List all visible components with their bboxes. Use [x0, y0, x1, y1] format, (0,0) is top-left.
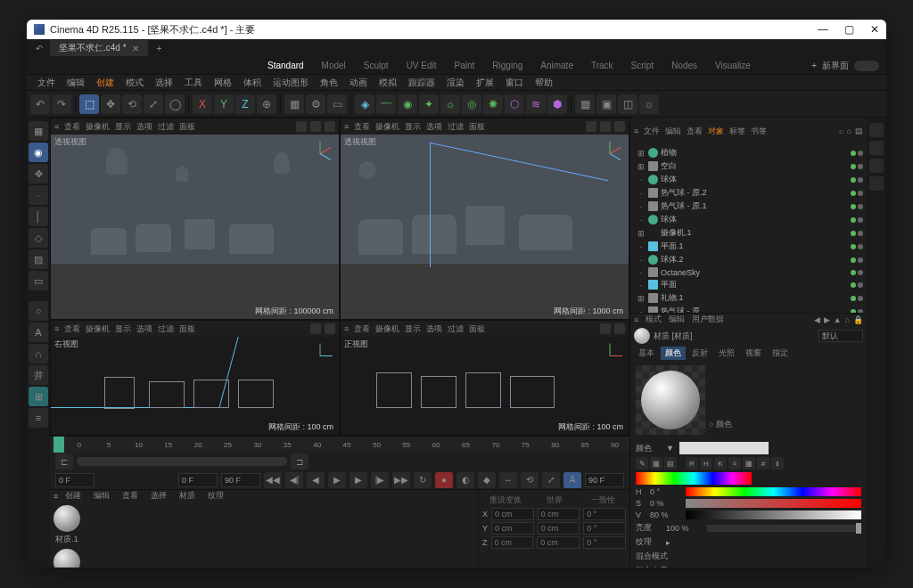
attr-subtab-basic[interactable]: 基本	[634, 347, 659, 360]
brightness-slider[interactable]	[707, 525, 861, 532]
axis-gizmo-icon[interactable]	[596, 342, 623, 369]
menu-extensions[interactable]: 扩展	[471, 77, 499, 89]
tree-row[interactable]: ·热气球 - 原.1	[634, 200, 863, 213]
mat-tab-material[interactable]: 材质	[174, 490, 201, 502]
menu-render[interactable]: 渲染	[441, 77, 470, 89]
key-rot-button[interactable]: ⟲	[521, 472, 539, 488]
attr-subtab-assign[interactable]: 指定	[768, 347, 793, 360]
tree-expand-icon[interactable]: ⊞	[637, 149, 646, 158]
attr-back-icon[interactable]: ◀	[814, 315, 820, 324]
layout-nodes[interactable]: Nodes	[662, 61, 706, 70]
goto-start-button[interactable]: ◀◀	[264, 472, 282, 488]
camera-button[interactable]: ◎	[462, 94, 481, 114]
maximize-button[interactable]: ▢	[844, 23, 854, 36]
visibility-dot-icon[interactable]	[851, 177, 856, 183]
visibility-dot-icon[interactable]	[851, 164, 856, 169]
visibility-dot-icon[interactable]	[858, 270, 863, 275]
point-mode-button[interactable]: ·	[29, 185, 48, 205]
viewport-bottom-left[interactable]: ≡ 查看 摄像机 显示 选项 过滤 面板 右视图	[50, 320, 340, 436]
tree-expand-icon[interactable]: ·	[637, 281, 646, 290]
menu-animate[interactable]: 动画	[344, 77, 373, 89]
visibility-dot-icon[interactable]	[858, 217, 863, 223]
timeline-current-field[interactable]: 0 F	[178, 473, 218, 487]
visibility-dot-icon[interactable]	[858, 257, 863, 263]
undo-button[interactable]: ↶	[30, 94, 50, 114]
visibility-dot-icon[interactable]	[851, 282, 856, 288]
tree-expand-icon[interactable]: ⊞	[637, 294, 646, 303]
range-slider-left[interactable]: ⊏	[55, 453, 73, 470]
minimize-button[interactable]: —	[818, 23, 828, 36]
material-item[interactable]: 材质.1	[53, 505, 80, 545]
viewport-top-left[interactable]: ≡ 查看 摄像机 显示 选项 过滤 面板 透视视图	[50, 118, 340, 320]
document-tab[interactable]: 坚果不求仁.c4d * ✕	[50, 40, 148, 56]
attr-tab-edit[interactable]: 编辑	[669, 314, 685, 325]
key-param-button[interactable]: A	[563, 472, 581, 488]
val-slider[interactable]	[686, 510, 861, 519]
vp-menu-icon[interactable]: ≡	[54, 122, 59, 131]
timeline-end-field[interactable]: 90 F	[221, 473, 260, 487]
picture-viewer-button[interactable]: ▭	[327, 94, 347, 114]
vp-menu-filter[interactable]: 过滤	[158, 121, 174, 133]
spectrum-icon[interactable]: ▤	[664, 457, 677, 470]
coord-system-button[interactable]: ⊕	[257, 94, 276, 114]
tree-row[interactable]: ·OctaneSky	[634, 266, 863, 278]
right-tool-icon[interactable]	[869, 123, 884, 137]
attr-tab-mode[interactable]: 模式	[646, 314, 662, 325]
visibility-dot-icon[interactable]	[851, 217, 856, 223]
axis-gizmo-icon[interactable]	[307, 342, 333, 369]
attr-subtab-illumination[interactable]: 光照	[714, 347, 739, 360]
visibility-dot-icon[interactable]	[851, 244, 856, 249]
viewport-top-right[interactable]: ≡ 查看 摄像机 显示 选项 过滤 面板 透视视图	[340, 118, 629, 320]
menu-mode[interactable]: 模式	[120, 77, 149, 89]
coord-z-rot[interactable]: 0 °	[583, 536, 626, 549]
visibility-dot-icon[interactable]	[851, 151, 856, 156]
vp-nav-icon[interactable]	[310, 121, 321, 132]
brightness-value[interactable]: 100 %	[666, 524, 702, 533]
render-settings-button[interactable]: ⚙	[306, 94, 325, 114]
key-pos-button[interactable]: ↔	[499, 472, 517, 488]
visibility-dot-icon[interactable]	[851, 270, 856, 275]
vp-menu-icon[interactable]: ≡	[344, 324, 349, 333]
quantize-button[interactable]: ≡	[29, 408, 48, 428]
tree-expand-icon[interactable]: ·	[637, 268, 646, 277]
select-tool[interactable]: ⬚	[79, 94, 99, 114]
obj-menu-icon[interactable]: ≡	[634, 127, 638, 135]
menu-edit[interactable]: 编辑	[62, 77, 90, 89]
mat-tab-edit[interactable]: 编辑	[88, 490, 115, 502]
object-mode-button[interactable]: ◉	[29, 143, 48, 162]
cube-primitive-button[interactable]: ◈	[355, 94, 374, 114]
visibility-dot-icon[interactable]	[858, 282, 863, 288]
tree-row[interactable]: ·热气球 - 原	[634, 305, 863, 313]
attr-menu-icon[interactable]: ≡	[634, 315, 638, 324]
visibility-dot-icon[interactable]	[851, 191, 856, 196]
mode-bars-icon[interactable]: ≡	[728, 457, 741, 470]
next-key-button[interactable]: |▶	[371, 472, 389, 488]
coord-x-pos[interactable]: 0 cm	[491, 508, 534, 520]
light-toggle[interactable]: ☼	[639, 94, 659, 114]
vp-menu-icon[interactable]: ≡	[344, 122, 349, 131]
mode-r-button[interactable]: R	[686, 457, 698, 470]
move-tool[interactable]: ✥	[101, 94, 120, 114]
coord-y-rot[interactable]: 0 °	[583, 522, 626, 535]
crosshair-button[interactable]: 井	[29, 365, 48, 385]
visibility-dot-icon[interactable]	[851, 309, 856, 314]
object-tree[interactable]: ⊞植物⊞空白·球体·热气球 - 原.2·热气球 - 原.1·球体⊞摄像机.1·平…	[630, 144, 867, 313]
coord-y-size[interactable]: 0 cm	[538, 522, 580, 535]
search-icon[interactable]: ⌕	[839, 127, 843, 135]
menu-simulate[interactable]: 模拟	[374, 77, 402, 89]
nav-back-icon[interactable]: ↶	[32, 44, 46, 53]
vp-menu-view[interactable]: 查看	[64, 121, 80, 133]
light-button[interactable]: ✺	[483, 94, 503, 114]
right-tool-icon[interactable]	[869, 159, 884, 173]
obj-tab-view[interactable]: 查看	[687, 126, 703, 137]
tree-row[interactable]: ⊞摄像机.1	[634, 226, 863, 240]
timeline-ruler[interactable]: 0 5 10 15 20 25 30 35 40 45 50 55 60 65 …	[50, 437, 629, 453]
obj-tab-tags[interactable]: 标签	[729, 126, 745, 137]
texture-dropdown-icon[interactable]: ▸	[666, 538, 670, 547]
tree-expand-icon[interactable]: ·	[637, 202, 646, 211]
visibility-dot-icon[interactable]	[851, 204, 856, 209]
tree-expand-icon[interactable]: ·	[637, 307, 646, 314]
attr-up-icon[interactable]: ▲	[834, 315, 842, 324]
menu-file[interactable]: 文件	[32, 77, 61, 89]
axis-mode-button[interactable]: ✥	[29, 164, 48, 184]
